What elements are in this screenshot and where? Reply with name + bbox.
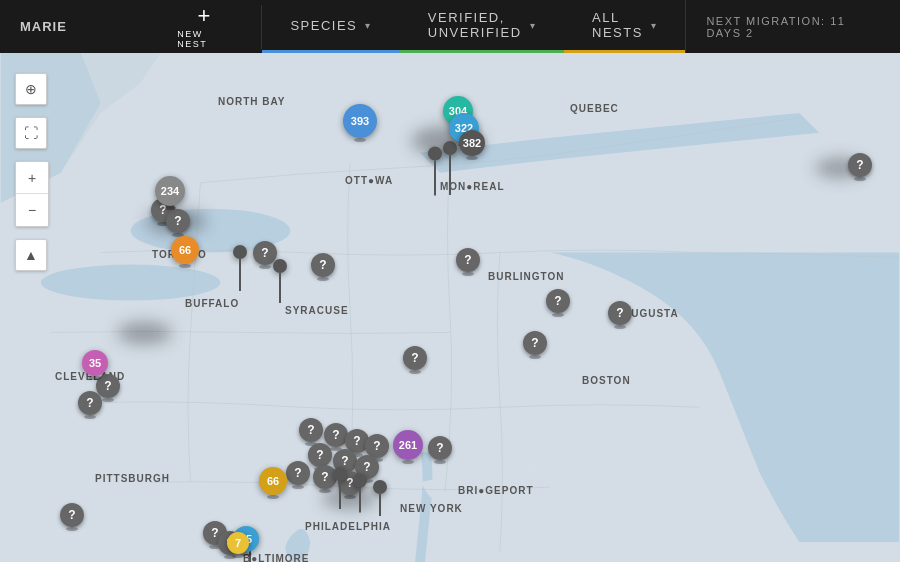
pin-shadow [259,265,271,269]
question-pin-q12[interactable]: ? [299,418,323,442]
question-pin-q6[interactable]: ? [546,289,570,313]
question-pin-q8[interactable]: ? [403,346,427,370]
question-pin-q16[interactable]: ? [428,436,452,460]
new-nest-button[interactable]: + NEW NEST [147,5,262,49]
pin-bubble: ? [60,503,84,527]
pin-head [353,474,367,488]
nav-all-nests[interactable]: ALL NESTS ▾ [564,0,685,53]
cluster-c234[interactable]: 234 [155,176,185,206]
tall-pin-tp6[interactable] [353,474,367,513]
pin-bubble: ? [311,253,335,277]
question-pin-q26[interactable]: ? [848,153,872,177]
pin-shadow [462,272,474,276]
minus-icon: − [28,202,36,218]
cluster-c261[interactable]: 261 [393,430,423,460]
cluster-bubble: 234 [155,176,185,206]
fullscreen-icon: ⛶ [24,125,38,141]
pin-bubble: ? [428,436,452,460]
cluster-bubble: 66 [171,236,199,264]
cluster-c66b[interactable]: 66 [259,467,287,495]
tall-pin-tp7[interactable] [373,480,387,516]
cluster-c35[interactable]: 35 [82,350,108,376]
species-label: SPECIES [290,18,357,33]
pin-bubble: ? [456,248,480,272]
question-pin-q20[interactable]: ? [286,461,310,485]
pin-body [273,259,287,303]
pin-shadow [409,370,421,374]
pin-bubble: ? [403,346,427,370]
zoom-out-button[interactable]: − [16,194,48,226]
cluster-c393[interactable]: 393 [343,104,377,138]
pin-head [373,480,387,494]
cluster-bubble: 393 [343,104,377,138]
cluster-c7[interactable]: 7 [227,532,249,554]
pin-stem [434,161,436,196]
location-icon: ⊕ [25,81,37,97]
question-pin-q2[interactable]: ? [166,209,190,233]
pin-shadow [66,527,78,531]
pin-stem [239,259,241,291]
compass-button[interactable]: ▲ [15,239,47,271]
question-pin-q25[interactable]: ? [608,301,632,325]
pin-shadow [529,355,541,359]
cluster-bubble: 261 [393,430,423,460]
compass-icon: ▲ [24,247,38,263]
pin-stem [359,488,361,513]
pin-bubble: ? [78,391,102,415]
question-pin-q7[interactable]: ? [523,331,547,355]
map-controls: ⊕ ⛶ + − ▲ [15,73,49,271]
new-nest-label: NEW NEST [177,29,231,49]
pin-stem [379,494,381,516]
location-button[interactable]: ⊕ [15,73,47,105]
nav-species[interactable]: SPECIES ▾ [262,0,399,53]
pin-bubble: ? [523,331,547,355]
pin-body [333,467,347,509]
pin-shadow [84,415,96,419]
fullscreen-button[interactable]: ⛶ [15,117,47,149]
tall-pin-tp5[interactable] [333,467,347,509]
question-pin-q11[interactable]: ? [60,503,84,527]
cluster-shadow [179,264,191,268]
tall-pin-tp4[interactable] [233,245,247,291]
pin-bubble: ? [286,461,310,485]
plus-icon: + [28,170,36,186]
pin-shadow [292,485,304,489]
pin-head [273,259,287,273]
pin-shadow [102,398,114,402]
pin-bubble: ? [848,153,872,177]
pin-shadow [854,177,866,181]
header: MARIE + NEW NEST SPECIES ▾ VERIFIED, UNV… [0,0,900,53]
pin-shadow [317,277,329,281]
tall-pin-tp3[interactable] [273,259,287,303]
pin-shadow [552,313,564,317]
question-pin-q17[interactable]: ? [308,443,332,467]
pin-bubble: ? [166,209,190,233]
species-chevron: ▾ [365,20,372,31]
pin-body [233,245,247,291]
brand-label: MARIE [0,19,147,34]
question-pin-q10[interactable]: ? [78,391,102,415]
pin-body [428,147,442,196]
cluster-c66a[interactable]: 66 [171,236,199,264]
cluster-shadow [89,376,101,380]
nav-verified[interactable]: VERIFIED, UNVERIFIED ▾ [400,0,564,53]
pin-body [353,474,367,513]
pin-stem [339,481,341,509]
cluster-c382[interactable]: 382 [459,130,485,156]
tall-pin-tp1[interactable] [443,141,457,195]
question-pin-q5[interactable]: ? [456,248,480,272]
pin-bubble: ? [299,418,323,442]
zoom-in-button[interactable]: + [16,162,48,194]
pin-bubble: ? [308,443,332,467]
pin-shadow [319,489,331,493]
question-pin-q4[interactable]: ? [311,253,335,277]
verified-chevron: ▾ [530,20,537,31]
nav-items: SPECIES ▾ VERIFIED, UNVERIFIED ▾ ALL NES… [262,0,685,53]
cluster-bubble: 7 [227,532,249,554]
cluster-shadow [164,206,176,210]
cluster-bubble: 35 [82,350,108,376]
tall-pin-tp2[interactable] [428,147,442,196]
map-container[interactable]: NORTH BAYOTT●WAMON●REALQUEBECBURLINGTONT… [0,53,900,562]
pin-stem [279,273,281,303]
cluster-shadow [466,156,478,160]
